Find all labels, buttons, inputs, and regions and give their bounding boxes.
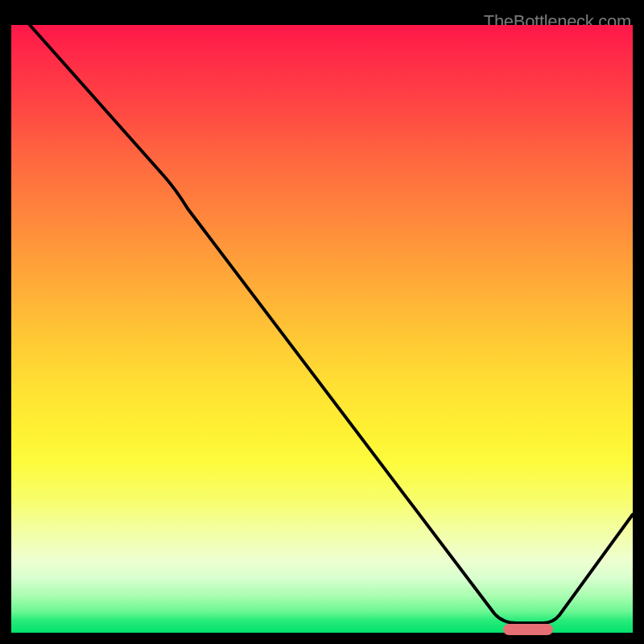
plot-gradient-area <box>11 25 633 633</box>
optimum-marker <box>503 624 553 635</box>
chart-frame: TheBottleneck.com <box>11 11 633 633</box>
